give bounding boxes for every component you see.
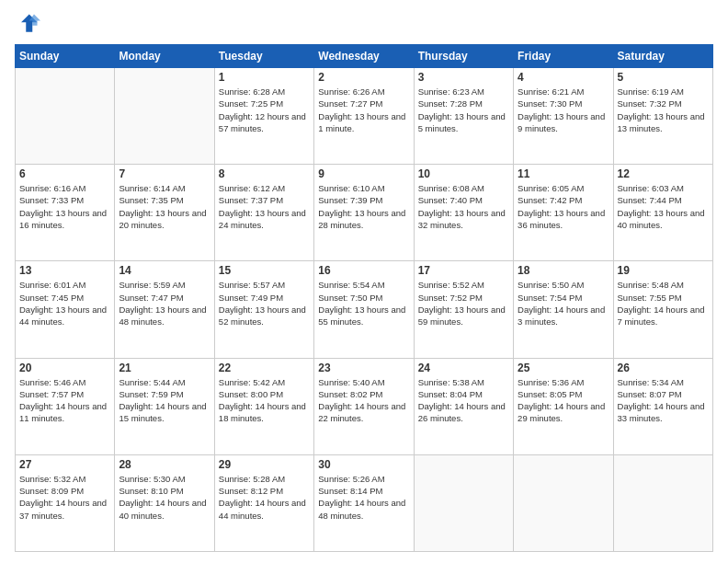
calendar-cell: 27Sunrise: 5:32 AM Sunset: 8:09 PM Dayli… bbox=[16, 454, 115, 551]
calendar-cell: 11Sunrise: 6:05 AM Sunset: 7:42 PM Dayli… bbox=[514, 165, 613, 261]
day-info: Sunrise: 5:48 AM Sunset: 7:55 PM Dayligh… bbox=[618, 279, 709, 327]
calendar-table: SundayMondayTuesdayWednesdayThursdayFrid… bbox=[15, 44, 713, 552]
day-info: Sunrise: 6:08 AM Sunset: 7:40 PM Dayligh… bbox=[418, 182, 509, 231]
day-number: 16 bbox=[318, 264, 409, 277]
calendar-cell: 3Sunrise: 6:23 AM Sunset: 7:28 PM Daylig… bbox=[414, 68, 513, 165]
day-info: Sunrise: 6:01 AM Sunset: 7:45 PM Dayligh… bbox=[19, 279, 110, 327]
calendar-cell: 21Sunrise: 5:44 AM Sunset: 7:59 PM Dayli… bbox=[115, 358, 214, 454]
logo-icon bbox=[15, 11, 40, 37]
day-number: 6 bbox=[19, 167, 110, 180]
calendar-cell: 24Sunrise: 5:38 AM Sunset: 8:04 PM Dayli… bbox=[414, 358, 513, 454]
day-info: Sunrise: 6:26 AM Sunset: 7:27 PM Dayligh… bbox=[318, 86, 409, 134]
calendar-cell: 22Sunrise: 5:42 AM Sunset: 8:00 PM Dayli… bbox=[214, 358, 313, 454]
day-info: Sunrise: 5:42 AM Sunset: 8:00 PM Dayligh… bbox=[219, 376, 310, 425]
day-number: 20 bbox=[19, 362, 110, 374]
day-info: Sunrise: 5:57 AM Sunset: 7:49 PM Dayligh… bbox=[219, 279, 310, 327]
day-info: Sunrise: 5:30 AM Sunset: 8:10 PM Dayligh… bbox=[119, 473, 210, 522]
day-info: Sunrise: 6:23 AM Sunset: 7:28 PM Dayligh… bbox=[418, 86, 509, 134]
day-info: Sunrise: 5:32 AM Sunset: 8:09 PM Dayligh… bbox=[19, 473, 110, 522]
weekday-header-row: SundayMondayTuesdayWednesdayThursdayFrid… bbox=[16, 45, 713, 68]
day-number: 14 bbox=[119, 264, 210, 277]
day-number: 25 bbox=[518, 362, 609, 374]
day-number: 17 bbox=[418, 264, 509, 277]
calendar-week-0: 1Sunrise: 6:28 AM Sunset: 7:25 PM Daylig… bbox=[16, 68, 713, 165]
calendar-cell: 28Sunrise: 5:30 AM Sunset: 8:10 PM Dayli… bbox=[115, 454, 214, 551]
day-number: 27 bbox=[19, 458, 110, 471]
calendar-cell: 26Sunrise: 5:34 AM Sunset: 8:07 PM Dayli… bbox=[613, 358, 712, 454]
day-number: 4 bbox=[518, 71, 609, 84]
calendar-cell: 30Sunrise: 5:26 AM Sunset: 8:14 PM Dayli… bbox=[314, 454, 414, 551]
calendar-cell: 8Sunrise: 6:12 AM Sunset: 7:37 PM Daylig… bbox=[214, 165, 313, 261]
day-number: 2 bbox=[318, 71, 409, 84]
day-info: Sunrise: 5:34 AM Sunset: 8:07 PM Dayligh… bbox=[618, 376, 709, 425]
calendar-week-4: 27Sunrise: 5:32 AM Sunset: 8:09 PM Dayli… bbox=[16, 454, 713, 551]
day-number: 15 bbox=[219, 264, 310, 277]
day-info: Sunrise: 5:46 AM Sunset: 7:57 PM Dayligh… bbox=[19, 376, 110, 425]
day-number: 11 bbox=[518, 167, 609, 180]
weekday-header-sunday: Sunday bbox=[16, 45, 115, 68]
calendar-cell: 1Sunrise: 6:28 AM Sunset: 7:25 PM Daylig… bbox=[214, 68, 313, 165]
day-number: 28 bbox=[119, 458, 210, 471]
calendar-week-3: 20Sunrise: 5:46 AM Sunset: 7:57 PM Dayli… bbox=[16, 358, 713, 454]
calendar-cell: 19Sunrise: 5:48 AM Sunset: 7:55 PM Dayli… bbox=[613, 261, 712, 358]
day-info: Sunrise: 5:38 AM Sunset: 8:04 PM Dayligh… bbox=[418, 376, 509, 425]
day-info: Sunrise: 5:52 AM Sunset: 7:52 PM Dayligh… bbox=[418, 279, 509, 327]
calendar-cell: 16Sunrise: 5:54 AM Sunset: 7:50 PM Dayli… bbox=[314, 261, 414, 358]
day-info: Sunrise: 6:21 AM Sunset: 7:30 PM Dayligh… bbox=[518, 86, 609, 134]
header bbox=[15, 11, 713, 37]
day-number: 5 bbox=[618, 71, 709, 84]
day-number: 22 bbox=[219, 362, 310, 374]
day-number: 1 bbox=[219, 71, 310, 84]
calendar-cell: 18Sunrise: 5:50 AM Sunset: 7:54 PM Dayli… bbox=[514, 261, 613, 358]
day-info: Sunrise: 6:19 AM Sunset: 7:32 PM Dayligh… bbox=[618, 86, 709, 134]
calendar-cell: 23Sunrise: 5:40 AM Sunset: 8:02 PM Dayli… bbox=[314, 358, 414, 454]
calendar-cell: 14Sunrise: 5:59 AM Sunset: 7:47 PM Dayli… bbox=[115, 261, 214, 358]
day-number: 26 bbox=[618, 362, 709, 374]
day-number: 30 bbox=[318, 458, 409, 471]
calendar-cell: 9Sunrise: 6:10 AM Sunset: 7:39 PM Daylig… bbox=[314, 165, 414, 261]
calendar-cell: 5Sunrise: 6:19 AM Sunset: 7:32 PM Daylig… bbox=[613, 68, 712, 165]
day-number: 13 bbox=[19, 264, 110, 277]
calendar-cell: 4Sunrise: 6:21 AM Sunset: 7:30 PM Daylig… bbox=[514, 68, 613, 165]
day-number: 18 bbox=[518, 264, 609, 277]
weekday-header-thursday: Thursday bbox=[414, 45, 513, 68]
day-info: Sunrise: 6:14 AM Sunset: 7:35 PM Dayligh… bbox=[119, 182, 210, 231]
day-info: Sunrise: 5:28 AM Sunset: 8:12 PM Dayligh… bbox=[219, 473, 310, 522]
calendar-cell: 20Sunrise: 5:46 AM Sunset: 7:57 PM Dayli… bbox=[16, 358, 115, 454]
weekday-header-wednesday: Wednesday bbox=[314, 45, 414, 68]
day-info: Sunrise: 6:16 AM Sunset: 7:33 PM Dayligh… bbox=[19, 182, 110, 231]
calendar-cell: 10Sunrise: 6:08 AM Sunset: 7:40 PM Dayli… bbox=[414, 165, 513, 261]
calendar-cell bbox=[514, 454, 613, 551]
day-info: Sunrise: 5:36 AM Sunset: 8:05 PM Dayligh… bbox=[518, 376, 609, 425]
calendar-cell: 6Sunrise: 6:16 AM Sunset: 7:33 PM Daylig… bbox=[16, 165, 115, 261]
calendar-cell bbox=[115, 68, 214, 165]
calendar-cell: 12Sunrise: 6:03 AM Sunset: 7:44 PM Dayli… bbox=[613, 165, 712, 261]
day-info: Sunrise: 6:12 AM Sunset: 7:37 PM Dayligh… bbox=[219, 182, 310, 231]
day-info: Sunrise: 6:03 AM Sunset: 7:44 PM Dayligh… bbox=[618, 182, 709, 231]
day-info: Sunrise: 5:26 AM Sunset: 8:14 PM Dayligh… bbox=[318, 473, 409, 522]
calendar-cell: 15Sunrise: 5:57 AM Sunset: 7:49 PM Dayli… bbox=[214, 261, 313, 358]
calendar-cell: 17Sunrise: 5:52 AM Sunset: 7:52 PM Dayli… bbox=[414, 261, 513, 358]
weekday-header-saturday: Saturday bbox=[613, 45, 712, 68]
calendar-cell bbox=[613, 454, 712, 551]
day-number: 9 bbox=[318, 167, 409, 180]
day-number: 21 bbox=[119, 362, 210, 374]
day-number: 3 bbox=[418, 71, 509, 84]
day-number: 19 bbox=[618, 264, 709, 277]
day-number: 10 bbox=[418, 167, 509, 180]
day-number: 7 bbox=[119, 167, 210, 180]
day-info: Sunrise: 6:05 AM Sunset: 7:42 PM Dayligh… bbox=[518, 182, 609, 231]
weekday-header-monday: Monday bbox=[115, 45, 214, 68]
day-info: Sunrise: 6:10 AM Sunset: 7:39 PM Dayligh… bbox=[318, 182, 409, 231]
day-number: 24 bbox=[418, 362, 509, 374]
day-info: Sunrise: 5:44 AM Sunset: 7:59 PM Dayligh… bbox=[119, 376, 210, 425]
calendar-week-1: 6Sunrise: 6:16 AM Sunset: 7:33 PM Daylig… bbox=[16, 165, 713, 261]
calendar-cell: 2Sunrise: 6:26 AM Sunset: 7:27 PM Daylig… bbox=[314, 68, 414, 165]
day-info: Sunrise: 5:40 AM Sunset: 8:02 PM Dayligh… bbox=[318, 376, 409, 425]
day-info: Sunrise: 5:50 AM Sunset: 7:54 PM Dayligh… bbox=[518, 279, 609, 327]
calendar-cell bbox=[414, 454, 513, 551]
day-info: Sunrise: 5:59 AM Sunset: 7:47 PM Dayligh… bbox=[119, 279, 210, 327]
logo bbox=[15, 11, 44, 37]
weekday-header-tuesday: Tuesday bbox=[214, 45, 313, 68]
day-number: 29 bbox=[219, 458, 310, 471]
